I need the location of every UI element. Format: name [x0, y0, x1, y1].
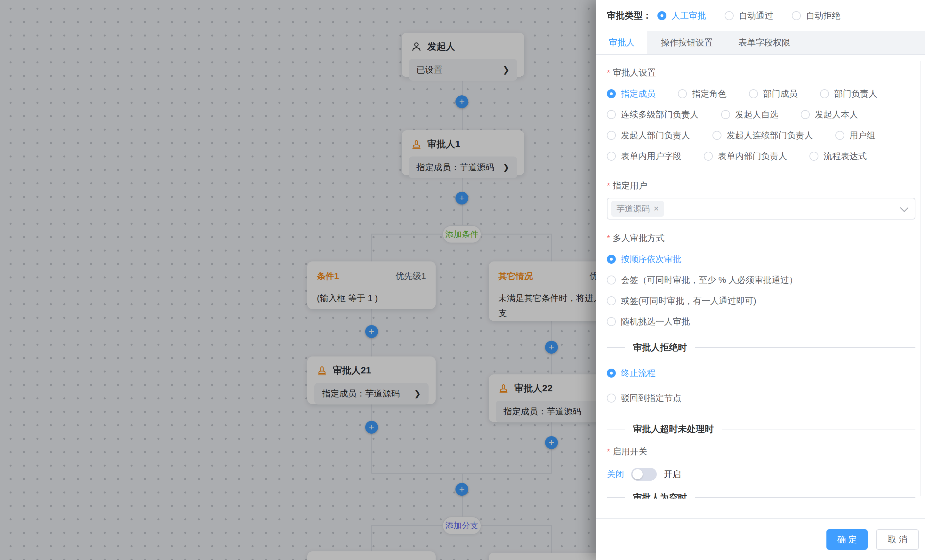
radio-label: 人工审批: [672, 10, 706, 21]
radio-icon: [657, 11, 666, 20]
radio-row: 表单内用户字段 表单内部门负责人 流程表达式: [607, 151, 915, 162]
radio-label: 用户组: [850, 129, 875, 141]
tab-approver[interactable]: 审批人: [596, 31, 648, 54]
radio-icon: [749, 89, 758, 98]
radio-return-to-node[interactable]: 驳回到指定节点: [607, 392, 915, 404]
required-mark: *: [607, 233, 610, 243]
radio-random-one[interactable]: 随机挑选一人审批: [607, 316, 915, 327]
radio-countersign[interactable]: 会签（可同时审批，至少 % 人必须审批通过）: [607, 274, 915, 286]
section-title: 审批人超时未处理时: [625, 423, 722, 435]
approval-type-row: 审批类型： 人工审批 自动通过 自动拒绝: [596, 0, 925, 31]
radio-icon: [607, 152, 616, 161]
radio-label: 表单内用户字段: [621, 151, 681, 162]
approver-settings-drawer: 审批类型： 人工审批 自动通过 自动拒绝 审批人 操作按钮设置 表单字段权限: [596, 0, 925, 560]
radio-user-group[interactable]: 用户组: [835, 129, 875, 141]
radio-icon: [607, 394, 616, 403]
timeout-switch-row: 关闭 开启: [607, 468, 915, 481]
radio-label: 发起人部门负责人: [621, 129, 690, 141]
required-mark: *: [607, 68, 610, 78]
radio-icon: [835, 131, 844, 140]
tab-button-settings[interactable]: 操作按钮设置: [648, 31, 726, 54]
divider-line: [607, 497, 625, 498]
radio-auto-approve[interactable]: 自动通过: [725, 10, 773, 21]
approver-setting-options: 指定成员 指定角色 部门成员 部门负责人 连续多级部门负责人 发起人自选 发起人…: [607, 88, 915, 162]
divider-line: [695, 347, 915, 348]
radio-or-sign[interactable]: 或签(可同时审批，有一人通过即可): [607, 295, 915, 307]
radio-icon: [809, 152, 818, 161]
radio-auto-reject[interactable]: 自动拒绝: [792, 10, 841, 21]
radio-label: 部门负责人: [834, 88, 877, 99]
radio-label: 会签（可同时审批，至少 % 人必须审批通过）: [621, 274, 798, 286]
radio-label: 发起人连续部门负责人: [726, 129, 813, 141]
radio-icon: [607, 131, 616, 140]
radio-icon: [820, 89, 829, 98]
field-label: 多人审批方式: [613, 232, 664, 244]
divider-line: [695, 497, 915, 498]
radio-form-dept-leader[interactable]: 表单内部门负责人: [704, 151, 787, 162]
radio-label: 指定角色: [692, 88, 726, 99]
reject-options: 终止流程 驳回到指定节点: [607, 367, 915, 404]
field-label: 审批人设置: [613, 67, 656, 78]
radio-label: 驳回到指定节点: [621, 392, 681, 404]
section-title: 审批人拒绝时: [625, 342, 695, 354]
bpm-designer-screen: 发起人 已设置 ❯ 审批人1 指定成员：芋道源码 ❯ 条件1 优先级1: [0, 0, 925, 560]
radio-icon: [607, 110, 616, 119]
scroll-track[interactable]: [920, 61, 920, 496]
radio-dept-member[interactable]: 部门成员: [749, 88, 798, 99]
radio-initiator-multi-dept-leader[interactable]: 发起人连续部门负责人: [713, 129, 813, 141]
chevron-down-icon: [900, 203, 909, 212]
radio-label: 指定成员: [621, 88, 655, 99]
drawer-footer: 确 定 取 消: [596, 518, 925, 560]
multi-mode-label: * 多人审批方式: [607, 232, 915, 244]
radio-icon: [721, 110, 730, 119]
radio-icon: [607, 275, 616, 285]
radio-icon: [607, 369, 616, 378]
empty-section-divider: 审批人为空时: [607, 492, 915, 498]
switch-off-label: 关闭: [607, 468, 624, 480]
radio-dept-leader[interactable]: 部门负责人: [820, 88, 877, 99]
drawer-body: * 审批人设置 指定成员 指定角色 部门成员 部门负责人 连续多级部门负责人 发…: [596, 54, 925, 498]
radio-icon: [704, 152, 713, 161]
assign-user-label: * 指定用户: [607, 180, 915, 191]
radio-initiator-choose[interactable]: 发起人自选: [721, 109, 779, 120]
radio-assign-member[interactable]: 指定成员: [607, 88, 655, 99]
user-tag-label: 芋道源码: [616, 203, 650, 214]
divider-line: [607, 347, 625, 348]
divider-line: [722, 429, 915, 429]
radio-label: 随机挑选一人审批: [621, 316, 690, 327]
tab-field-permissions[interactable]: 表单字段权限: [726, 31, 803, 54]
close-icon[interactable]: ×: [654, 203, 659, 214]
radio-label: 或签(可同时审批，有一人通过即可): [621, 295, 756, 307]
section-title: 审批人为空时: [625, 492, 695, 498]
required-mark: *: [607, 447, 610, 457]
radio-manual-approval[interactable]: 人工审批: [657, 10, 706, 21]
radio-label: 自动拒绝: [806, 10, 841, 21]
confirm-button[interactable]: 确 定: [826, 529, 868, 550]
tabs-filler: [803, 31, 925, 54]
assign-user-select[interactable]: 芋道源码 ×: [607, 198, 915, 220]
radio-row: 指定成员 指定角色 部门成员 部门负责人: [607, 88, 915, 99]
radio-sequential-approval[interactable]: 按顺序依次审批: [607, 253, 915, 265]
radio-initiator-dept-leader[interactable]: 发起人部门负责人: [607, 129, 690, 141]
radio-initiator-self[interactable]: 发起人本人: [801, 109, 858, 120]
radio-form-user-field[interactable]: 表单内用户字段: [607, 151, 681, 162]
radio-label: 流程表达式: [824, 151, 867, 162]
radio-terminate-process[interactable]: 终止流程: [607, 367, 915, 379]
radio-icon: [607, 296, 616, 305]
radio-label: 发起人本人: [815, 109, 858, 120]
reject-section-divider: 审批人拒绝时: [607, 342, 915, 353]
timeout-section-divider: 审批人超时未处理时: [607, 423, 915, 435]
timeout-toggle[interactable]: [631, 468, 657, 481]
radio-icon: [607, 317, 616, 326]
radio-icon: [801, 110, 810, 119]
radio-assign-role[interactable]: 指定角色: [678, 88, 726, 99]
radio-icon: [725, 11, 734, 20]
field-label: 指定用户: [613, 180, 647, 191]
drawer-tabs: 审批人 操作按钮设置 表单字段权限: [596, 31, 925, 55]
radio-process-expression[interactable]: 流程表达式: [809, 151, 867, 162]
radio-label: 表单内部门负责人: [718, 151, 787, 162]
radio-multi-level-dept-leader[interactable]: 连续多级部门负责人: [607, 109, 699, 120]
radio-label: 按顺序依次审批: [621, 253, 681, 265]
radio-row: 连续多级部门负责人 发起人自选 发起人本人: [607, 109, 915, 120]
cancel-button[interactable]: 取 消: [876, 529, 919, 550]
